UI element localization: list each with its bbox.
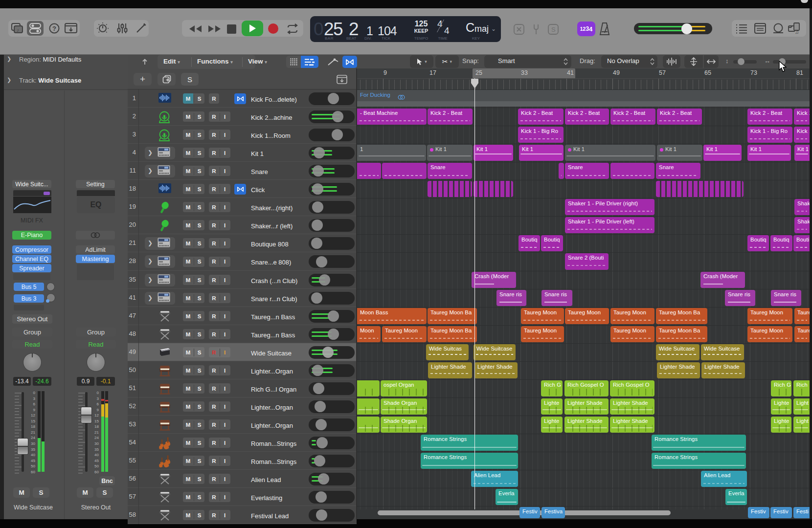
svg-text:?: ?	[52, 25, 56, 32]
svg-text:3: 3	[33, 396, 36, 401]
svg-text:24: 24	[31, 436, 35, 440]
svg-text:40: 40	[31, 453, 35, 457]
svg-text:0: 0	[33, 391, 36, 395]
svg-text:24: 24	[94, 436, 99, 440]
svg-text:30: 30	[94, 441, 99, 446]
svg-text:35: 35	[94, 447, 99, 452]
svg-text:18: 18	[31, 424, 35, 429]
svg-text:35: 35	[31, 447, 35, 452]
svg-text:12: 12	[31, 413, 35, 418]
svg-text:9: 9	[97, 408, 99, 412]
svg-text:15: 15	[31, 419, 35, 423]
svg-text:50: 50	[31, 464, 35, 468]
svg-text:♪: ♪	[17, 27, 19, 33]
svg-text:6: 6	[97, 402, 99, 406]
svg-text:45: 45	[31, 459, 35, 463]
svg-text:6: 6	[33, 402, 36, 406]
svg-text:18: 18	[94, 424, 99, 429]
svg-text:21: 21	[31, 430, 35, 435]
svg-text:30: 30	[31, 441, 35, 446]
svg-text:45: 45	[94, 459, 99, 463]
svg-text:15: 15	[94, 419, 99, 423]
svg-text:9: 9	[33, 408, 36, 412]
svg-text:60: 60	[94, 470, 99, 474]
svg-text:0: 0	[97, 391, 99, 395]
svg-text:40: 40	[94, 453, 99, 457]
svg-text:21: 21	[94, 430, 99, 435]
svg-text:12: 12	[94, 413, 99, 418]
svg-text:♫: ♫	[795, 29, 799, 35]
svg-text:60: 60	[31, 470, 35, 474]
svg-text:S: S	[551, 26, 556, 33]
svg-text:50: 50	[94, 464, 99, 468]
svg-text:3: 3	[97, 396, 99, 401]
